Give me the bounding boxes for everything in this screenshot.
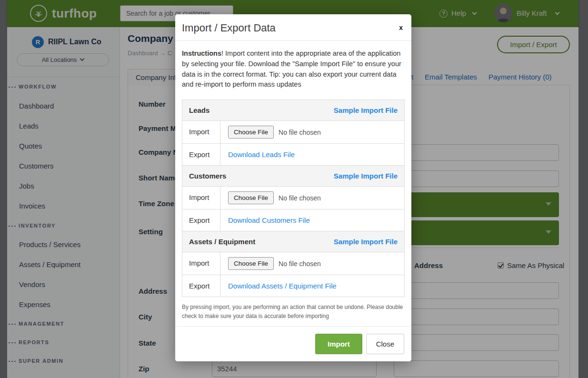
modal-body: Instructions! Import content into the ap… [175,41,411,320]
export-row-label: Export [182,275,220,297]
file-status: No file chosen [279,129,321,136]
file-status: No file chosen [279,260,321,268]
modal-instructions: Instructions! Import content into the ap… [182,49,405,90]
table-section-name: Customers [189,172,226,180]
leads-sample-import-file-link[interactable]: Sample Import File [334,106,398,114]
assets-import-export-table: Assets / Equipment Sample Import File Im… [182,231,405,297]
table-section-name: Assets / Equipment [189,238,255,246]
table-row: Export Download Leads File [182,144,404,165]
import-export-modal: Import / Export Data x Instructions! Imp… [175,14,411,361]
table-row: Import Choose File No file chosen [182,121,404,144]
export-row-label: Export [182,209,220,231]
customers-table-header: Customers Sample Import File [182,166,404,187]
leads-table-header: Leads Sample Import File [182,100,404,121]
customers-choose-file-button[interactable]: Choose File [228,191,274,204]
table-row: Import Choose File No file chosen [182,187,404,209]
assets-table-header: Assets / Equipment Sample Import File [182,231,404,252]
leads-import-export-table: Leads Sample Import File Import Choose F… [182,99,405,166]
import-button[interactable]: Import [315,334,362,354]
file-status: No file chosen [279,194,321,202]
import-row-label: Import [182,187,220,209]
assets-sample-import-file-link[interactable]: Sample Import File [334,238,398,246]
import-row-label: Import [182,121,220,143]
modal-header: Import / Export Data x [175,14,411,41]
customers-sample-import-file-link[interactable]: Sample Import File [334,172,398,180]
table-row: Export Download Customers File [182,209,404,231]
customers-import-export-table: Customers Sample Import File Import Choo… [182,165,405,231]
app-window: turfhop ? Help Billy Kraft R RIIPL Lawn … [0,0,588,378]
close-icon[interactable]: x [399,24,403,31]
leads-choose-file-button[interactable]: Choose File [228,126,274,139]
assets-choose-file-button[interactable]: Choose File [228,257,274,270]
import-row-label: Import [182,252,220,275]
download-assets-file-link[interactable]: Download Assets / Equipment File [228,282,337,290]
modal-warning-text: By pressing import, you are performing a… [182,303,405,320]
close-button[interactable]: Close [366,334,404,354]
download-customers-file-link[interactable]: Download Customers File [228,216,310,224]
instructions-lead: Instructions [182,50,221,57]
table-section-name: Leads [189,106,209,114]
modal-footer: Import Close [175,326,411,361]
download-leads-file-link[interactable]: Download Leads File [228,150,295,159]
table-row: Export Download Assets / Equipment File [182,275,404,297]
modal-title: Import / Export Data [182,22,405,34]
table-row: Import Choose File No file chosen [182,252,404,275]
export-row-label: Export [182,144,220,165]
